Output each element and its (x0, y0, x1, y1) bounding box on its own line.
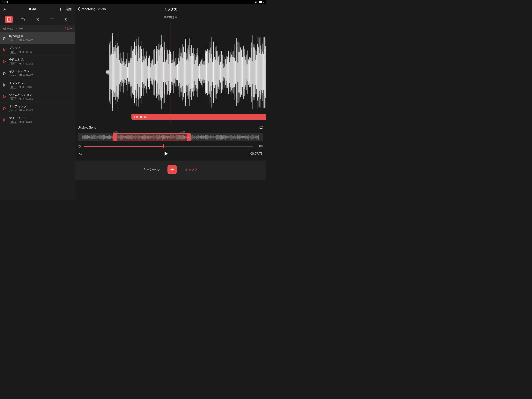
recording-title: 今週に討議 (9, 58, 33, 62)
mix-end-time: 01:30 (180, 130, 185, 133)
list-item[interactable]: ミーティング 00:38 MP3 - 908 KB (0, 103, 75, 114)
recording-meta: MP3 - 432 KB (19, 97, 33, 100)
battery-icon (259, 1, 264, 3)
play-icon[interactable] (3, 118, 6, 122)
recording-title: 鳥の鳴き声 (9, 34, 33, 38)
svg-point-7 (9, 21, 9, 21)
recording-meta: MP3 - 196 KB (19, 74, 33, 77)
recording-meta: MP3 - 172 KB (19, 62, 33, 65)
volume-slider[interactable] (84, 146, 253, 147)
recording-duration: 00:08 (9, 74, 17, 77)
list-item[interactable]: ジャムセッション 00:18 MP3 - 432 KB (0, 91, 75, 103)
sidebar-title: iPad (7, 7, 58, 11)
tab-calendar[interactable] (48, 16, 56, 23)
list-item[interactable]: マイアイデア 00:05 MP3 - 140 KB (0, 114, 75, 126)
edit-button[interactable]: 編集 (66, 7, 72, 11)
list-item[interactable]: 今週に討議 00:07 MP3 - 172 KB (0, 56, 75, 67)
sort-dropdown[interactable]: 日付 (64, 27, 72, 30)
main-header: Recording Studio ミックス (75, 4, 266, 14)
play-icon[interactable] (3, 107, 6, 110)
play-icon[interactable] (3, 37, 6, 40)
volume-icon[interactable] (78, 145, 82, 148)
status-right (254, 1, 264, 3)
chevron-left-icon (77, 7, 80, 11)
status-time: 15:11 (2, 1, 8, 4)
recording-title: ミーティング (9, 105, 33, 108)
mix-waveform[interactable]: ‹ › (78, 133, 263, 141)
grip-icon (133, 115, 135, 118)
recording-meta: MP3 - 528 KB (19, 39, 33, 42)
svg-rect-10 (50, 18, 53, 21)
main-panel: Recording Studio ミックス 鳥の鳴き声 00:03.68 Uku… (75, 4, 266, 200)
tab-trash[interactable] (62, 16, 70, 23)
recording-duration: 00:07 (9, 62, 17, 65)
mix-selection[interactable]: ‹ › (113, 133, 191, 141)
sidebar: iPad 編集 8曲の録音 - 2.7 MB (0, 4, 75, 200)
time-badge[interactable]: 00:03.68 (132, 114, 266, 120)
selection-handle-left[interactable]: ‹ (113, 134, 117, 141)
tab-alarm[interactable] (19, 16, 27, 23)
tab-device[interactable] (5, 16, 13, 23)
playback-speed[interactable]: ×1 (78, 152, 82, 155)
waveform-section: 鳥の鳴き声 00:03.68 (75, 14, 266, 124)
recording-meta: MP3 - 908 KB (19, 109, 33, 112)
action-bar: キャンセル ミックス (75, 161, 266, 180)
recording-title: マイアイデア (9, 116, 33, 120)
svg-rect-1 (259, 1, 262, 3)
loop-icon[interactable] (259, 126, 263, 129)
playhead[interactable] (171, 21, 171, 124)
recording-duration: 00:04 (9, 51, 17, 54)
mix-time-labels: 00:29 01:30 (78, 130, 263, 133)
recordings-summary: 8曲の録音 - 2.7 MB (3, 27, 23, 30)
play-icon[interactable] (164, 152, 168, 156)
mix-button[interactable]: ミックス (185, 167, 198, 172)
waveform-title: 鳥の鳴き声 (75, 14, 266, 21)
plus-icon[interactable] (58, 7, 63, 11)
volume-row: 47% (78, 145, 263, 148)
svg-rect-2 (263, 2, 264, 3)
volume-fill (84, 146, 163, 147)
add-button[interactable] (167, 165, 177, 174)
tab-history[interactable] (33, 16, 41, 23)
mix-track-name: Ukulele Song (78, 126, 96, 129)
gear-icon[interactable] (3, 7, 7, 11)
status-bar: 15:11 (0, 0, 266, 4)
recording-title: ジャムセッション (9, 93, 33, 97)
recording-title: ギターレッスン (9, 70, 33, 73)
mix-section: Ukulele Song 00:29 01:30 ‹ › (75, 124, 266, 156)
recording-meta: MP3 - 280 KB (19, 86, 33, 89)
play-icon[interactable] (3, 60, 6, 63)
playback-time: 00:07.75 (250, 152, 262, 155)
playback-row: ×1 00:07.75 (78, 152, 263, 156)
play-icon[interactable] (3, 48, 6, 51)
recording-title: インタビュー (9, 81, 33, 85)
chevron-down-icon (70, 28, 72, 29)
recording-duration: 00:22 (9, 39, 17, 42)
recording-title: ブックメモ (9, 46, 33, 50)
recording-meta: MP3 - 104 KB (19, 51, 33, 53)
wifi-icon (254, 1, 257, 3)
play-icon[interactable] (3, 95, 6, 98)
cancel-button[interactable]: キャンセル (143, 167, 160, 172)
sidebar-toolbar (0, 14, 75, 25)
sidebar-header: iPad 編集 (0, 4, 75, 14)
recording-duration: 00:05 (9, 121, 17, 124)
list-item[interactable]: 鳥の鳴き声 00:22 MP3 - 528 KB (0, 32, 75, 44)
waveform-canvas[interactable]: 00:03.68 (75, 21, 266, 124)
sidebar-info-row: 8曲の録音 - 2.7 MB 日付 (0, 25, 75, 32)
recording-duration: 00:11 (9, 86, 17, 89)
list-item[interactable]: インタビュー 00:11 MP3 - 280 KB (0, 79, 75, 91)
volume-thumb[interactable] (163, 144, 164, 148)
page-title: ミックス (164, 7, 177, 12)
play-icon[interactable] (3, 72, 6, 75)
recording-duration: 00:38 (9, 109, 17, 112)
recording-list[interactable]: 鳥の鳴き声 00:22 MP3 - 528 KB ブックメモ 00:04 MP3… (0, 32, 75, 200)
mix-start-time: 00:29 (113, 130, 118, 133)
list-item[interactable]: ギターレッスン 00:08 MP3 - 196 KB (0, 67, 75, 79)
svg-point-3 (4, 9, 6, 10)
back-button[interactable]: Recording Studio (77, 7, 106, 11)
list-item[interactable]: ブックメモ 00:04 MP3 - 104 KB (0, 44, 75, 56)
selection-handle-right[interactable]: › (187, 134, 190, 141)
volume-percent: 47% (255, 145, 263, 148)
play-icon[interactable] (3, 83, 6, 86)
